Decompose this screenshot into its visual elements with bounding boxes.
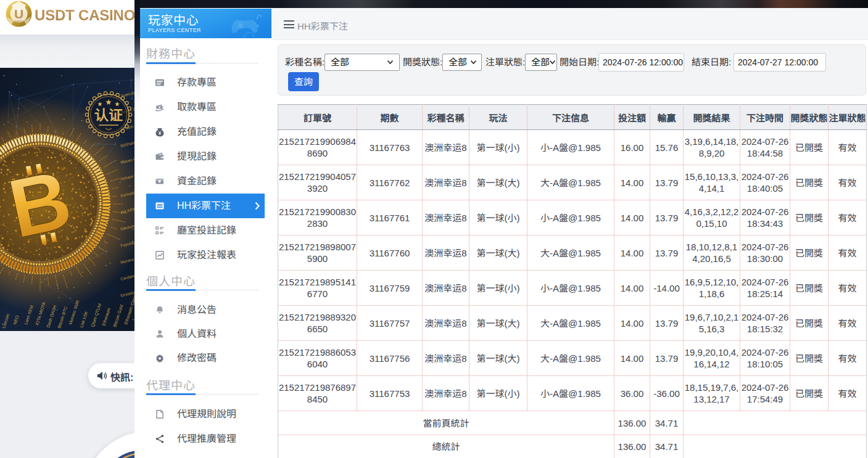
svg-text:Casino: Casino <box>14 20 23 23</box>
svg-text:认证: 认证 <box>94 104 123 125</box>
svg-text:U: U <box>14 7 23 21</box>
